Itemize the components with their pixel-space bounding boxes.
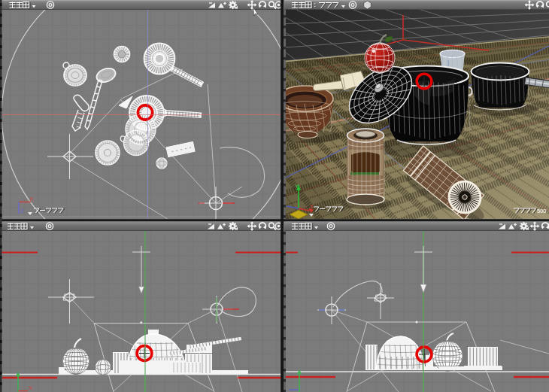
svg-text:500: 500 [537, 208, 547, 214]
svg-text:Z: Z [20, 208, 24, 214]
svg-text:Y: Y [295, 183, 299, 190]
svg-text:X: X [29, 384, 33, 391]
svg-text:X: X [29, 196, 34, 202]
svg-text:X: X [310, 203, 314, 210]
